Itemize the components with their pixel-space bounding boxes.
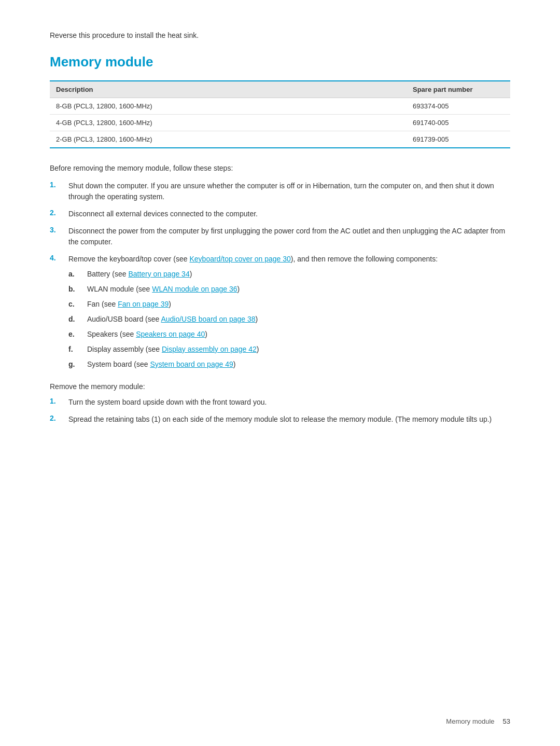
section-title: Memory module — [50, 54, 510, 70]
sub-label-a: a. — [68, 269, 87, 280]
table-row: 2-GB (PCL3, 12800, 1600-MHz) 691739-005 — [50, 131, 510, 148]
remove-title: Remove the memory module: — [50, 382, 510, 391]
link-fan[interactable]: Fan on page 39 — [118, 300, 169, 308]
sub-label-e: e. — [68, 329, 87, 340]
sub-content-c: Fan (see Fan on page 39) — [87, 299, 510, 310]
sub-item-g: g. System board (see System board on pag… — [68, 359, 510, 370]
step-4-num: 4. — [50, 254, 68, 262]
sub-item-e: e. Speakers (see Speakers on page 40) — [68, 329, 510, 340]
col-spare-part: Spare part number — [407, 81, 510, 98]
step-4-content: Remove the keyboard/top cover (see Keybo… — [68, 254, 510, 374]
sub-list: a. Battery (see Battery on page 34) b. W… — [68, 269, 510, 370]
sub-content-e: Speakers (see Speakers on page 40) — [87, 329, 510, 340]
step-3-content: Disconnect the power from the computer b… — [68, 226, 510, 247]
remove-step-1: 1. Turn the system board upside down wit… — [50, 397, 510, 408]
step-2-num: 2. — [50, 209, 68, 217]
sub-item-b: b. WLAN module (see WLAN module on page … — [68, 284, 510, 295]
footer-label: Memory module — [446, 717, 494, 725]
page-container: Reverse this procedure to install the he… — [0, 0, 560, 475]
cell-spare: 693374-005 — [407, 98, 510, 115]
sub-label-b: b. — [68, 284, 87, 295]
table-row: 8-GB (PCL3, 12800, 1600-MHz) 693374-005 — [50, 98, 510, 115]
parts-table: Description Spare part number 8-GB (PCL3… — [50, 80, 510, 148]
cell-description: 8-GB (PCL3, 12800, 1600-MHz) — [50, 98, 407, 115]
cell-description: 4-GB (PCL3, 12800, 1600-MHz) — [50, 115, 407, 131]
sub-label-g: g. — [68, 359, 87, 370]
sub-content-a: Battery (see Battery on page 34) — [87, 269, 510, 280]
sub-label-f: f. — [68, 344, 87, 355]
step-1: 1. Shut down the computer. If you are un… — [50, 181, 510, 202]
remove-step-1-content: Turn the system board upside down with t… — [68, 397, 510, 408]
remove-step-2-num: 2. — [50, 414, 68, 422]
remove-steps-list: 1. Turn the system board upside down wit… — [50, 397, 510, 425]
step-4: 4. Remove the keyboard/top cover (see Ke… — [50, 254, 510, 374]
sub-content-d: Audio/USB board (see Audio/USB board on … — [87, 314, 510, 325]
sub-label-d: d. — [68, 314, 87, 325]
step-1-content: Shut down the computer. If you are unsur… — [68, 181, 510, 202]
link-audio-usb[interactable]: Audio/USB board on page 38 — [161, 315, 255, 323]
link-battery[interactable]: Battery on page 34 — [128, 270, 189, 278]
table-header-row: Description Spare part number — [50, 81, 510, 98]
remove-step-2-content: Spread the retaining tabs (1) on each si… — [68, 414, 510, 425]
sub-content-g: System board (see System board on page 4… — [87, 359, 510, 370]
link-speakers[interactable]: Speakers on page 40 — [136, 330, 205, 338]
page-footer: Memory module 53 — [446, 717, 510, 725]
sub-item-d: d. Audio/USB board (see Audio/USB board … — [68, 314, 510, 325]
cell-description: 2-GB (PCL3, 12800, 1600-MHz) — [50, 131, 407, 148]
sub-item-f: f. Display assembly (see Display assembl… — [68, 344, 510, 355]
link-system-board[interactable]: System board on page 49 — [150, 360, 233, 368]
sub-item-c: c. Fan (see Fan on page 39) — [68, 299, 510, 310]
sub-content-b: WLAN module (see WLAN module on page 36) — [87, 284, 510, 295]
link-wlan[interactable]: WLAN module on page 36 — [152, 285, 237, 293]
step-1-num: 1. — [50, 181, 68, 189]
step-2-content: Disconnect all external devices connecte… — [68, 209, 510, 219]
table-row: 4-GB (PCL3, 12800, 1600-MHz) 691740-005 — [50, 115, 510, 131]
step-3: 3. Disconnect the power from the compute… — [50, 226, 510, 247]
link-keyboard-cover[interactable]: Keyboard/top cover on page 30 — [189, 255, 290, 263]
remove-step-2: 2. Spread the retaining tabs (1) on each… — [50, 414, 510, 425]
link-display[interactable]: Display assembly on page 42 — [162, 345, 257, 353]
page-number: 53 — [503, 717, 510, 725]
sub-label-c: c. — [68, 299, 87, 310]
intro-text: Reverse this procedure to install the he… — [50, 31, 510, 39]
before-steps-intro: Before removing the memory module, follo… — [50, 164, 510, 172]
col-description: Description — [50, 81, 407, 98]
before-steps-list: 1. Shut down the computer. If you are un… — [50, 181, 510, 374]
sub-item-a: a. Battery (see Battery on page 34) — [68, 269, 510, 280]
cell-spare: 691740-005 — [407, 115, 510, 131]
remove-step-1-num: 1. — [50, 397, 68, 405]
step-3-num: 3. — [50, 226, 68, 234]
cell-spare: 691739-005 — [407, 131, 510, 148]
step-2: 2. Disconnect all external devices conne… — [50, 209, 510, 219]
sub-content-f: Display assembly (see Display assembly o… — [87, 344, 510, 355]
